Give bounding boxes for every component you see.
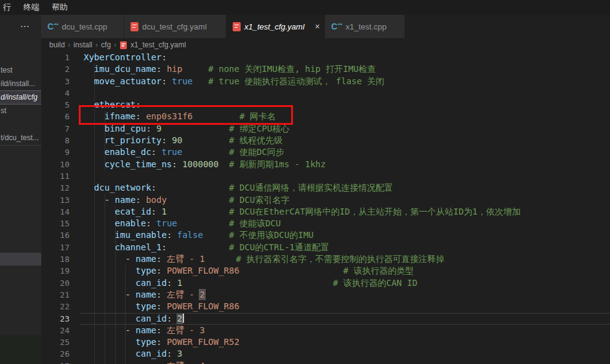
- code-line-13[interactable]: 13 - name: body # DCU索引名字: [41, 194, 610, 206]
- code-line-17[interactable]: 17 channel_1: # DCU的CTRL-1通道配置: [41, 242, 610, 253]
- tab-x1_test_cfg.yaml[interactable]: x1_test_cfg.yaml×: [227, 15, 325, 38]
- line-number: 12: [41, 182, 70, 194]
- line-content: rt_priority: 90 # 线程优先级: [84, 135, 283, 146]
- token-punc: :: [161, 135, 166, 145]
- line-number: 7: [41, 123, 70, 135]
- line-content: - name: 左臂 - 4: [84, 360, 205, 364]
- line-content: can_id: 3: [84, 348, 182, 360]
- code-line-5[interactable]: 5 ethercat:: [41, 99, 610, 111]
- token-str: POWER_FLOW_R86: [167, 266, 239, 275]
- code-line-24[interactable]: 24 - name: 左臂 - 3: [41, 325, 610, 336]
- code-line-15[interactable]: 15 enable: true # 使能该DCU: [41, 218, 610, 229]
- cpp-file-icon: C++: [331, 22, 342, 31]
- token-num: 1: [161, 207, 166, 216]
- code-line-18[interactable]: 18 - name: 左臂 - 1 # 执行器索引名字，不需要控制的执行器可直接…: [41, 253, 610, 265]
- code-line-16[interactable]: 16 imu_enable: false # 不使用该DCU的IMU: [41, 229, 610, 241]
- token-key: enable_dc: [105, 147, 151, 157]
- breadcrumb-item-build[interactable]: build: [49, 41, 65, 49]
- code-line-21[interactable]: 21 - name: 左臂 - 2: [41, 289, 610, 301]
- token-plain: [182, 278, 332, 288]
- menu-item-terminal[interactable]: 终端: [22, 1, 41, 14]
- code-line-7[interactable]: 7 bind_cpu: 9 # 绑定CPU核心: [41, 123, 610, 135]
- side-panel-item[interactable]: ild/install...: [0, 77, 41, 90]
- breadcrumb-item-cfg[interactable]: cfg: [101, 41, 111, 49]
- line-content: channel_1: # DCU的CTRL-1通道配置: [84, 242, 329, 253]
- code-line-25[interactable]: 25 type: POWER_FLOW_R52: [41, 336, 610, 348]
- side-panel-footer: [0, 335, 41, 364]
- token-plain: [161, 301, 166, 311]
- line-number: 6: [41, 111, 70, 122]
- token-punc: :: [161, 76, 166, 86]
- code-line-23[interactable]: 23 can_id: 2: [41, 313, 610, 325]
- token-plain: [84, 242, 115, 252]
- tab-dcu_test.cpp[interactable]: C++dcu_test.cpp: [41, 15, 124, 38]
- code-line-3[interactable]: 3 move_actuator: true # true 使能执行器运动测试， …: [41, 76, 610, 87]
- token-plain: [161, 290, 166, 299]
- token-plain: [84, 278, 135, 288]
- menu-item-help[interactable]: 帮助: [50, 1, 69, 14]
- line-content: imu_enable: false # 不使用该DCU的IMU: [84, 229, 314, 241]
- close-icon[interactable]: ×: [313, 22, 322, 31]
- token-plain: [84, 230, 115, 240]
- code-line-19[interactable]: 19 type: POWER_FLOW_R86 # 该执行器的类型: [41, 265, 610, 277]
- line-number: 1: [41, 52, 70, 63]
- tabbar-empty-space: [405, 15, 610, 38]
- tab-dcu_test_cfg.yaml[interactable]: dcu_test_cfg.yaml: [124, 15, 227, 38]
- token-punc: :: [151, 183, 156, 192]
- token-comment: # DCU通信网络，请根据实机连接情况配置: [229, 183, 393, 192]
- breadcrumb-item-install[interactable]: install: [73, 41, 92, 49]
- token-comment: # 执行器索引名字，不需要控制的执行器可直接注释掉: [236, 254, 444, 264]
- token-punc: :: [172, 159, 177, 169]
- code-line-6[interactable]: 6 ifname: enp0s31f6 # 网卡名: [41, 111, 610, 122]
- breadcrumb-item-file[interactable]: x1_test_cfg.yaml: [130, 41, 186, 49]
- token-key: ifname: [105, 111, 136, 121]
- code-line-27[interactable]: 27 - name: 左臂 - 4: [41, 360, 610, 364]
- code-line-12[interactable]: 12 dcu_network: # DCU通信网络，请根据实机连接情况配置: [41, 182, 610, 194]
- line-number: 16: [41, 229, 70, 241]
- token-num: 1000000: [182, 159, 219, 169]
- side-panel-selected-row[interactable]: [0, 253, 41, 266]
- code-line-11[interactable]: 11: [41, 170, 610, 182]
- token-punc: :: [161, 242, 166, 252]
- editor-group: build › install › cfg › x1_test_cfg.yaml…: [41, 38, 610, 364]
- token-key: channel_1: [115, 242, 162, 252]
- side-panel-item[interactable]: test: [0, 64, 41, 77]
- token-plain: [161, 361, 166, 364]
- code-line-26[interactable]: 26 can_id: 3: [41, 348, 610, 360]
- token-plain: [177, 159, 182, 169]
- tab-x1_test.cpp[interactable]: C++x1_test.cpp: [325, 15, 405, 38]
- token-key: name: [135, 361, 156, 364]
- code-line-22[interactable]: 22 type: POWER_FLOW_R86: [41, 301, 610, 312]
- code-line-8[interactable]: 8 rt_priority: 90 # 线程优先级: [41, 135, 610, 146]
- code-line-9[interactable]: 9 enable_dc: true # 使能DC同步: [41, 146, 610, 158]
- line-number: 9: [41, 146, 70, 158]
- side-panel-item[interactable]: t/dcu_test...: [0, 132, 41, 144]
- more-actions-icon[interactable]: ⋯: [12, 21, 30, 32]
- code-line-2[interactable]: 2 imu_dcu_name: hip # none 关闭IMU检查, hip …: [41, 63, 610, 75]
- yaml-file-icon: [233, 22, 241, 31]
- line-content: - name: 左臂 - 3: [84, 325, 205, 336]
- token-plain: [161, 325, 166, 335]
- line-number: 5: [41, 99, 70, 111]
- menu-item-run[interactable]: 行: [2, 1, 12, 14]
- code-area[interactable]: 1XyberController:2 imu_dcu_name: hip # n…: [41, 52, 610, 364]
- line-content: type: POWER_FLOW_R52: [84, 336, 239, 348]
- token-punc: :: [151, 207, 156, 216]
- side-panel-item[interactable]: st: [0, 105, 41, 117]
- token-comment: # 该执行器的类型: [343, 266, 414, 275]
- line-number: 2: [41, 63, 70, 75]
- code-line-1[interactable]: 1XyberController:: [41, 52, 610, 63]
- token-str: enp0s31f6: [146, 111, 193, 121]
- side-panel-item[interactable]: d/install/cfg: [0, 91, 41, 104]
- token-key: rt_priority: [105, 135, 162, 145]
- code-line-4[interactable]: 4: [41, 87, 610, 99]
- token-plain: [172, 230, 177, 240]
- code-line-20[interactable]: 20 can_id: 1 # 该执行器的CAN ID: [41, 277, 610, 289]
- code-line-10[interactable]: 10 cycle_time_ns: 1000000 # 刷新周期1ms - 1k…: [41, 159, 610, 170]
- token-str: body: [146, 195, 167, 205]
- token-comment: # 不使用该DCU的IMU: [229, 230, 313, 240]
- code-line-14[interactable]: 14 ecat_id: 1 # DCU在EtherCAT网络中的ID，从主站开始…: [41, 206, 610, 218]
- token-comment: # 使能DC同步: [229, 147, 284, 157]
- tab-label: x1_test_cfg.yaml: [244, 22, 305, 31]
- line-content: can_id: 1 # 该执行器的CAN ID: [84, 277, 417, 289]
